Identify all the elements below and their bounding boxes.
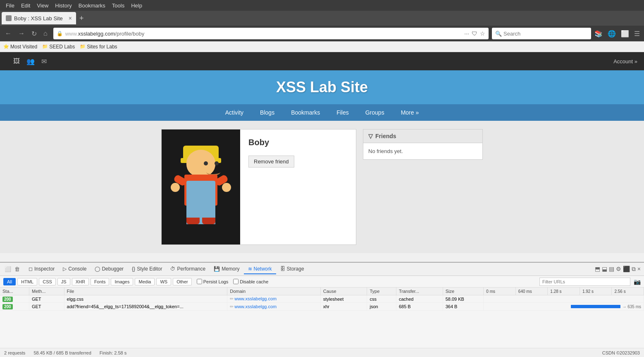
profile-image	[174, 146, 228, 228]
search-bar[interactable]: 🔍	[492, 28, 591, 39]
site-icon-3: ✉	[41, 58, 47, 65]
bookmark-seed-labs[interactable]: 📁 SEED Labs	[42, 44, 75, 50]
site-header: XSS Lab Site	[0, 70, 644, 104]
forward-button[interactable]: →	[16, 28, 27, 39]
menu-help[interactable]: Help	[128, 2, 145, 10]
figure-eyes	[204, 161, 219, 165]
address-icons: ··· 🛡 ☆	[464, 30, 485, 37]
friends-triangle-icon: ▽	[368, 133, 373, 139]
nav-bar: ← → ↻ ⌂ 🔒 www.xsslabelgg.com/profile/bob…	[0, 26, 644, 41]
search-icon: 🔍	[495, 31, 502, 37]
page-content: Boby Remove friend ▽ Friends No friends …	[0, 121, 644, 253]
most-visited-icon: ⭐	[3, 44, 9, 49]
split-view-icon[interactable]: ⬜	[619, 29, 631, 38]
menu-bookmarks[interactable]: Bookmarks	[75, 2, 109, 10]
sites-for-labs-icon: 📁	[80, 44, 86, 49]
toolbar-icons: 🖼 👥 ✉	[7, 58, 613, 65]
friends-empty-text: No friends yet.	[368, 148, 403, 154]
url-display: www.xsslabelgg.com/profile/boby	[65, 31, 462, 37]
menu-history[interactable]: History	[52, 2, 75, 10]
back-button[interactable]: ←	[2, 28, 14, 39]
profile-section: Boby Remove friend	[161, 129, 356, 245]
site-toolbar: 🖼 👥 ✉ Account »	[0, 52, 644, 70]
browser-tab[interactable]: Boby : XSS Lab Site ×	[2, 12, 76, 24]
reload-button[interactable]: ↻	[29, 28, 39, 39]
figure-eye-right	[215, 161, 219, 165]
menu-bar: File Edit View History Bookmarks Tools H…	[0, 0, 644, 11]
new-tab-button[interactable]: +	[76, 14, 87, 23]
site-icon-1: 🖼	[13, 58, 20, 65]
friends-body: No friends yet.	[363, 143, 483, 160]
profile-info: Boby Remove friend	[240, 129, 356, 244]
bookmark-most-visited[interactable]: ⭐ Most Visited	[3, 44, 37, 50]
figure-eye-left	[204, 161, 208, 165]
profile-avatar-container	[164, 141, 238, 232]
friends-header: ▽ Friends	[363, 129, 483, 143]
bookmark-star-icon[interactable]: ☆	[480, 30, 485, 37]
menu-tools[interactable]: Tools	[109, 2, 128, 10]
figure-boot-left	[186, 218, 200, 224]
profile-avatar-bg	[162, 129, 240, 244]
home-button[interactable]: ⌂	[41, 28, 50, 39]
profile-name: Boby	[248, 138, 348, 147]
menu-edit[interactable]: Edit	[18, 2, 33, 10]
menu-view[interactable]: View	[33, 2, 52, 10]
bookmarks-bar: ⭐ Most Visited 📁 SEED Labs 📁 Sites for L…	[0, 41, 644, 52]
library-icon[interactable]: 📚	[593, 29, 604, 38]
tab-bar: Boby : XSS Lab Site × +	[0, 11, 644, 26]
tab-close-button[interactable]: ×	[69, 15, 72, 22]
account-button[interactable]: Account »	[613, 58, 637, 65]
figure-hand-right	[222, 183, 231, 192]
site-nav: Activity Blogs Bookmarks Files Groups Mo…	[0, 104, 644, 121]
nav-bookmarks[interactable]: Bookmarks	[283, 104, 328, 121]
figure-boot-right	[202, 218, 215, 224]
seed-labs-icon: 📁	[42, 44, 48, 49]
search-input[interactable]	[503, 31, 588, 37]
figure-leg-left	[186, 204, 200, 224]
site-icon-2: 👥	[26, 58, 35, 65]
address-bar[interactable]: 🔒 www.xsslabelgg.com/profile/boby ··· 🛡 …	[53, 28, 489, 39]
sync-icon[interactable]: 🌐	[606, 29, 618, 38]
figure-overalls	[186, 181, 215, 206]
nav-activity[interactable]: Activity	[217, 104, 252, 121]
friends-widget: ▽ Friends No friends yet.	[363, 129, 483, 245]
menu-file[interactable]: File	[2, 2, 18, 10]
figure-legs	[186, 204, 215, 224]
nav-files[interactable]: Files	[328, 104, 357, 121]
address-more-icon[interactable]: ···	[464, 30, 469, 37]
nav-right-icons: 📚 🌐 ⬜ ☰	[593, 29, 642, 38]
pocket-icon[interactable]: 🛡	[472, 30, 477, 37]
figure-hand-left	[171, 183, 180, 192]
tab-favicon	[6, 15, 12, 21]
hamburger-icon[interactable]: ☰	[632, 29, 642, 38]
figure-head	[186, 150, 215, 177]
figure-leg-right	[202, 204, 215, 224]
lock-icon: 🔒	[57, 31, 63, 36]
nav-more[interactable]: More »	[393, 104, 427, 121]
tab-title: Boby : XSS Lab Site	[14, 15, 66, 22]
nav-groups[interactable]: Groups	[357, 104, 393, 121]
friends-title: Friends	[375, 133, 396, 139]
site-title: XSS Lab Site	[0, 79, 644, 96]
bookmark-sites-for-labs[interactable]: 📁 Sites for Labs	[80, 44, 117, 50]
remove-friend-button[interactable]: Remove friend	[248, 156, 294, 168]
nav-blogs[interactable]: Blogs	[252, 104, 283, 121]
